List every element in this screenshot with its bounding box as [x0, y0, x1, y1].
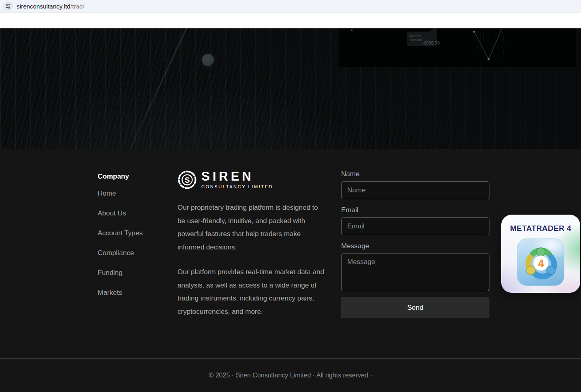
nav-link-markets[interactable]: Markets — [98, 289, 122, 296]
message-label: Message — [341, 242, 489, 250]
message-textarea[interactable] — [341, 254, 489, 291]
footer-nav-column: Company Home About Us Account Types Comp… — [98, 170, 177, 358]
hero-section: 04-2025 1033345 -0096.78 — [0, 28, 581, 149]
browser-url-bar[interactable]: sirenconsultancy.ltd/trad/ — [0, 0, 581, 13]
tune-icon — [5, 3, 11, 9]
send-button[interactable]: Send — [341, 297, 489, 318]
brand-paragraph-2: Our platform provides real-time market d… — [177, 266, 327, 318]
nav-heading-company: Company — [98, 173, 177, 181]
index-chart-graphic: 04-2025 1033345 -0096.78 — [339, 28, 576, 67]
copyright-bar: © 2025 · Siren Consultancy Limited · All… — [0, 358, 581, 392]
nav-link-compliance[interactable]: Compliance — [98, 249, 134, 257]
brand-paragraph-1: Our proprietary trading platform is desi… — [177, 201, 327, 254]
siren-logo-monogram: S — [185, 176, 190, 184]
name-label: Name — [341, 170, 489, 178]
metatrader4-logo: 4 — [520, 241, 562, 283]
metatrader4-title: METATRADER 4 — [501, 224, 580, 233]
footer-brand-column: S SIREN CONSULTANCY LIMITED Our propriet… — [177, 170, 341, 358]
metatrader4-number: 4 — [538, 257, 544, 269]
brand-subtitle: CONSULTANCY LIMITED — [201, 184, 273, 189]
footer-nav-list: Home About Us Account Types Compliance F… — [98, 190, 177, 297]
site-settings-button[interactable] — [3, 1, 13, 11]
nav-link-funding[interactable]: Funding — [98, 269, 122, 277]
brand-wordmark: SIREN CONSULTANCY LIMITED — [201, 170, 273, 189]
nav-link-home[interactable]: Home — [98, 190, 116, 197]
metatrader4-app-icon[interactable]: 4 — [517, 239, 564, 286]
email-input[interactable] — [341, 217, 489, 235]
url-text[interactable]: sirenconsultancy.ltd/trad/ — [17, 3, 84, 10]
brand-name: SIREN — [201, 170, 273, 183]
chart-tooltip-line2: 1033345 — [409, 38, 422, 42]
hero-glow-dot — [202, 54, 214, 66]
name-input[interactable] — [341, 181, 489, 199]
hero-chart-image: 04-2025 1033345 -0096.78 — [339, 28, 576, 67]
footer-section: Company Home About Us Account Types Comp… — [0, 149, 581, 358]
siren-logo: S SIREN CONSULTANCY LIMITED — [177, 170, 327, 190]
chart-tooltip-line1: 04-2025 — [409, 34, 421, 38]
metatrader4-widget[interactable]: METATRADER 4 4 — [501, 215, 580, 293]
nav-link-account-types[interactable]: Account Types — [98, 229, 143, 237]
url-path: /trad/ — [70, 3, 85, 10]
contact-form: Name Email Message Send — [341, 170, 489, 358]
email-label: Email — [341, 206, 489, 214]
url-domain: sirenconsultancy.ltd — [17, 3, 70, 10]
nav-link-about-us[interactable]: About Us — [98, 209, 126, 217]
page-top-whitespace — [0, 13, 581, 28]
siren-logo-icon: S — [177, 170, 197, 190]
copyright-text: © 2025 · Siren Consultancy Limited · All… — [209, 372, 372, 379]
chart-tooltip-value: -0096.78 — [422, 40, 440, 45]
